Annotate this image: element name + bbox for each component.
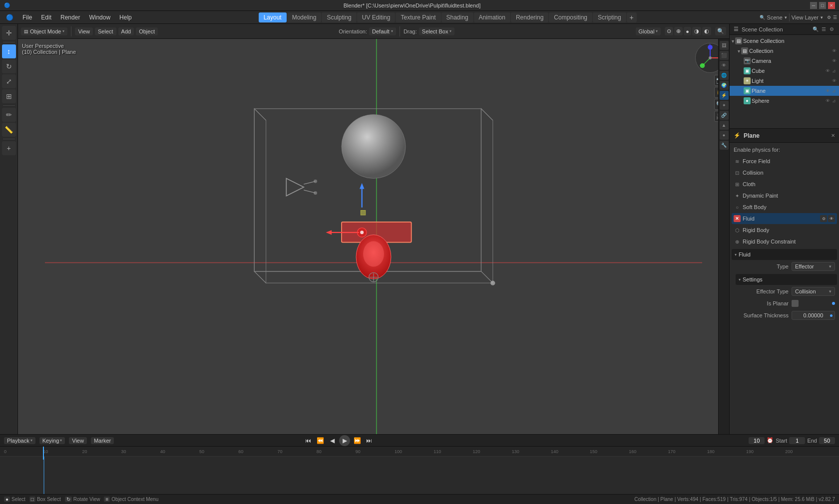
measure-tool-btn[interactable]: 📏 — [2, 123, 16, 137]
surface-thickness-field[interactable]: 0.00000 — [792, 311, 835, 320]
step-forward-btn[interactable]: ⏩ — [352, 436, 362, 446]
add-workspace-button[interactable]: + — [627, 12, 637, 22]
viewport-props-output[interactable]: ⬛ — [720, 51, 729, 60]
end-frame-display[interactable]: 50 — [819, 437, 835, 444]
stats-text: Collection | Plane | Verts:494 | Faces:5… — [634, 497, 835, 502]
play-btn[interactable]: ▶ — [339, 435, 350, 446]
scale-tool-btn[interactable]: ⤢ — [2, 74, 16, 88]
viewport-props-material[interactable]: ● — [720, 131, 729, 140]
menu-help[interactable]: Help — [115, 13, 136, 22]
transform-btn[interactable]: Global ▾ — [636, 27, 661, 35]
tab-compositing[interactable]: Compositing — [549, 12, 592, 22]
outliner-row-camera[interactable]: 📷 Camera 👁 — [730, 56, 839, 66]
viewport-view-btn[interactable]: View — [75, 27, 93, 35]
timeline-view-btn[interactable]: View — [69, 437, 87, 444]
viewport-shading-btn[interactable]: ● — [684, 27, 691, 35]
outliner-filter-btn[interactable]: 🔍 — [812, 26, 819, 33]
menu-file[interactable]: File — [18, 13, 36, 22]
tab-layout[interactable]: Layout — [259, 12, 287, 22]
fluid-type-dropdown[interactable]: Effector — [792, 262, 835, 271]
menu-edit[interactable]: Edit — [37, 13, 55, 22]
playback-btn[interactable]: Playback ▾ — [4, 437, 35, 444]
outliner-row-cube[interactable]: ▣ Cube 👁 ⊿ — [730, 66, 839, 76]
tab-scripting[interactable]: Scripting — [593, 12, 626, 22]
play-reverse-btn[interactable]: ◀ — [327, 436, 337, 446]
viewport-props-physics[interactable]: ⚡ — [720, 91, 729, 100]
move-tool-btn[interactable]: ↕ — [2, 44, 16, 58]
menu-render[interactable]: Render — [56, 13, 84, 22]
viewport-shading3-btn[interactable]: ◐ — [702, 27, 711, 35]
outliner-row-sphere[interactable]: ● Sphere 👁 ⊿ — [730, 96, 839, 106]
close-button[interactable]: ✕ — [828, 2, 835, 9]
outliner-row-collection[interactable]: ▾ ▤ Collection 👁 — [730, 46, 839, 56]
fluid-section-header[interactable]: ▾ Fluid — [732, 249, 837, 260]
viewport-shading2-btn[interactable]: ◑ — [692, 27, 701, 35]
maximize-button[interactable]: □ — [819, 2, 826, 9]
physics-rigid-body[interactable]: ⬡ Rigid Body — [732, 225, 837, 236]
fluid-view-icon[interactable]: 👁 — [828, 215, 835, 222]
physics-dynamic-paint[interactable]: ✦ Dynamic Paint — [732, 190, 837, 201]
viewport-props-constraints[interactable]: 🔗 — [720, 111, 729, 120]
viewport-add-btn[interactable]: Add — [118, 27, 134, 35]
outliner-filter3-btn[interactable]: ⚙ — [828, 26, 835, 33]
transform-tool-btn[interactable]: ⊞ — [2, 89, 16, 103]
viewport-overlay-btn[interactable]: ⊙ — [665, 27, 673, 35]
physics-rigid-body-constraint[interactable]: ⊕ Rigid Body Constraint — [732, 236, 837, 247]
settings-section-header[interactable]: ▾ Settings — [736, 274, 837, 285]
tab-modeling[interactable]: Modeling — [287, 12, 322, 22]
tab-rendering[interactable]: Rendering — [511, 12, 548, 22]
viewport-props-modifier[interactable]: 🔧 — [720, 141, 729, 150]
outliner-row-plane[interactable]: ▣ Plane 👁 ⊿ — [730, 86, 839, 96]
search-btn[interactable]: 🔍 — [715, 27, 726, 35]
start-frame-display[interactable]: 1 — [789, 437, 805, 444]
jump-end-btn[interactable]: ⏭ — [364, 436, 374, 446]
tab-texture-paint[interactable]: Texture Paint — [396, 12, 440, 22]
rotate-tool-btn[interactable]: ↻ — [2, 59, 16, 73]
status-rotate: ↻ Rotate View — [65, 497, 100, 502]
orientation-btn[interactable]: Default ▾ — [369, 27, 396, 35]
menu-blender[interactable]: 🔵 — [2, 13, 17, 22]
outliner-row-scene-collection[interactable]: ▾ ▤ Scene Collection — [730, 36, 839, 46]
viewport-props-particles[interactable]: ✦ — [720, 101, 729, 110]
physics-cloth[interactable]: ⊞ Cloth — [732, 179, 837, 190]
is-planar-checkbox[interactable] — [792, 300, 799, 307]
object-mode-btn[interactable]: ▤ Object Mode ▾ — [21, 27, 67, 35]
viewport-object-btn[interactable]: Object — [136, 27, 158, 35]
annotate-tool-btn[interactable]: ✏ — [2, 108, 16, 122]
viewport-props-view[interactable]: 👁 — [720, 61, 729, 70]
outliner-title: Scene Collection — [742, 26, 783, 32]
jump-start-btn[interactable]: ⏮ — [303, 436, 313, 446]
current-frame-display[interactable]: 10 — [749, 437, 765, 444]
physics-force-field[interactable]: ≋ Force Field — [732, 156, 837, 167]
viewport-props-world[interactable]: 🌍 — [720, 81, 729, 90]
add-tool-btn[interactable]: + — [2, 141, 16, 155]
minimize-button[interactable]: ─ — [810, 2, 817, 9]
visibility-icon[interactable]: 👁 — [831, 48, 837, 54]
cursor-tool-btn[interactable]: ✛ — [2, 26, 16, 40]
properties-close-btn[interactable]: ✕ — [831, 133, 835, 138]
tab-uv-editing[interactable]: UV Editing — [357, 12, 396, 22]
timeline-track[interactable]: 0 10 20 30 40 50 60 70 80 90 100 110 120… — [0, 447, 839, 494]
physics-soft-body[interactable]: ○ Soft Body — [732, 202, 837, 213]
keying-btn[interactable]: Keying ▾ — [39, 437, 65, 444]
viewport-3d[interactable]: User Perspective (10) Collection | Plane — [18, 39, 729, 434]
tab-shading[interactable]: Shading — [441, 12, 473, 22]
viewport-select-btn[interactable]: Select — [95, 27, 116, 35]
timeline-keyframes-area[interactable] — [0, 457, 839, 494]
tab-sculpting[interactable]: Sculpting — [322, 12, 356, 22]
outliner-row-light[interactable]: ☀ Light 👁 — [730, 76, 839, 86]
step-back-btn[interactable]: ⏪ — [315, 436, 325, 446]
viewport-props-render[interactable]: 🖼 — [720, 41, 729, 50]
effector-type-dropdown[interactable]: Collision — [792, 287, 835, 296]
drag-btn[interactable]: Select Box ▾ — [419, 27, 455, 35]
tab-animation[interactable]: Animation — [474, 12, 510, 22]
viewport-gizmo-btn[interactable]: ⊕ — [674, 27, 683, 35]
marker-btn[interactable]: Marker — [91, 437, 114, 444]
menu-window[interactable]: Window — [85, 13, 114, 22]
viewport-props-data[interactable]: ▲ — [720, 121, 729, 130]
physics-collision[interactable]: ⊡ Collision — [732, 167, 837, 178]
fluid-settings-icon[interactable]: ⚙ — [820, 215, 827, 222]
outliner-filter2-btn[interactable]: ☰ — [820, 26, 827, 33]
viewport-props-scene[interactable]: 🌐 — [720, 71, 729, 80]
physics-fluid[interactable]: ✕ Fluid ⚙ 👁 — [732, 213, 837, 224]
